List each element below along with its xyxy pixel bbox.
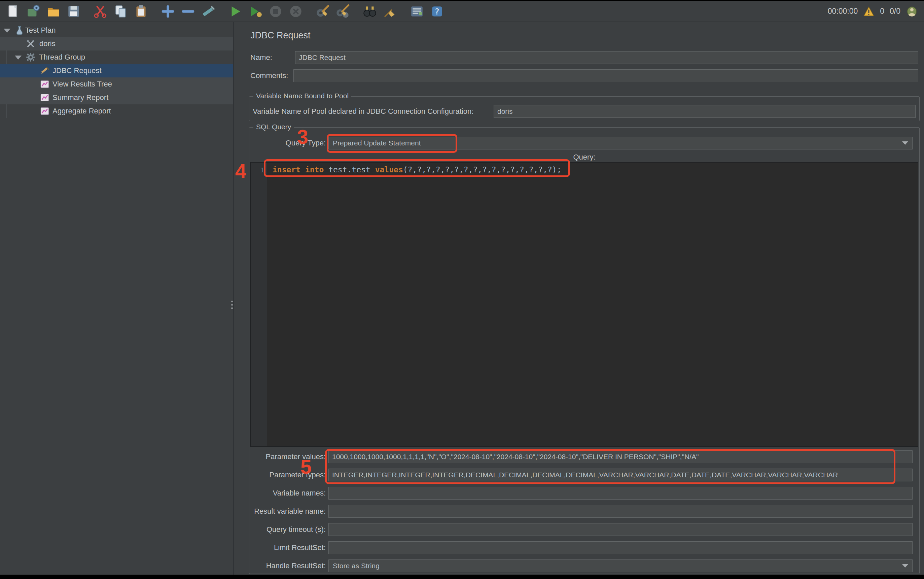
- test-plan-icon: [15, 26, 24, 35]
- handle-resultset-label: Handle ResultSet:: [250, 559, 326, 572]
- expand-arrow-icon[interactable]: [4, 29, 10, 33]
- pool-variable-input[interactable]: [494, 105, 916, 118]
- query-type-value: Prepared Update Statement: [333, 139, 421, 147]
- templates-icon: [26, 4, 41, 19]
- thread-group-icon: [26, 52, 35, 62]
- pool-variable-label: Variable Name of Pool declared in JDBC C…: [253, 105, 473, 118]
- parameter-values-label: Parameter values:: [250, 450, 326, 463]
- jmeter-window: ? 00:00:00 0 0/0 Test Plan doris Thread …: [0, 0, 924, 579]
- warning-icon[interactable]: [863, 6, 875, 17]
- remove-icon: [180, 4, 196, 19]
- page-title: JDBC Request: [250, 30, 310, 41]
- query-timeout-input[interactable]: [328, 523, 913, 536]
- test-plan-tree: Test Plan doris Thread Group JDBC Reques…: [0, 22, 234, 575]
- users-icon: [906, 5, 918, 18]
- cut-button[interactable]: [92, 3, 109, 20]
- save-button[interactable]: [65, 3, 82, 20]
- sampler-icon: [40, 66, 49, 75]
- paste-icon: [133, 4, 149, 19]
- paste-button[interactable]: [132, 3, 149, 20]
- open-button[interactable]: [45, 3, 62, 20]
- jdbc-config-icon: [26, 39, 35, 49]
- tree-item-test-plan[interactable]: Test Plan: [0, 24, 233, 37]
- sql-editor[interactable]: 1 insert into test.test values(?,?,?,?,?…: [250, 162, 918, 447]
- shutdown-icon: [288, 4, 304, 19]
- start-no-pauses-icon: [248, 4, 263, 19]
- splitter-grip[interactable]: [230, 299, 233, 311]
- stop-button[interactable]: [267, 3, 284, 20]
- search-button[interactable]: [361, 3, 378, 20]
- pool-group-title: Variable Name Bound to Pool: [253, 92, 351, 100]
- query-type-select[interactable]: Prepared Update Statement: [328, 137, 913, 149]
- add-icon: [160, 4, 176, 19]
- tree-item-aggregate-report[interactable]: Aggregate Report: [0, 105, 233, 118]
- annotation-number-4: 4: [235, 160, 246, 183]
- comments-input[interactable]: [294, 69, 918, 82]
- tree-item-label: JDBC Request: [52, 64, 101, 77]
- elapsed-timer: 00:00:00: [828, 7, 858, 16]
- result-variable-name-label: Result variable name:: [250, 505, 326, 518]
- result-variable-name-input[interactable]: [328, 505, 913, 518]
- toggle-button[interactable]: [200, 3, 217, 20]
- chevron-down-icon: [902, 564, 908, 568]
- search-icon: [362, 4, 377, 19]
- new-icon: [5, 4, 21, 19]
- parameter-types-label: Parameter types:: [250, 469, 326, 481]
- help-button[interactable]: ?: [429, 3, 446, 20]
- tree-item-jdbc-request[interactable]: JDBC Request: [0, 64, 233, 77]
- reset-search-button[interactable]: [382, 3, 398, 20]
- parameter-values-input[interactable]: [328, 450, 913, 463]
- editor-gutter: 1: [251, 163, 267, 447]
- listener-icon: [40, 93, 49, 102]
- clear-icon: [315, 4, 330, 19]
- copy-button[interactable]: [113, 3, 129, 20]
- expand-arrow-icon[interactable]: [15, 56, 21, 60]
- sql-keyword: values: [375, 165, 403, 174]
- tree-item-label: View Results Tree: [52, 77, 112, 91]
- tree-item-label: Summary Report: [52, 91, 108, 105]
- function-helper-button[interactable]: [408, 3, 425, 20]
- jdbc-request-panel: JDBC Request Name: Comments: Variable Na…: [235, 22, 924, 575]
- name-input[interactable]: [295, 51, 918, 64]
- clear-all-icon: [335, 4, 351, 19]
- function-helper-icon: [409, 4, 424, 19]
- tree-item-label: doris: [39, 37, 56, 51]
- chevron-down-icon: [902, 141, 908, 145]
- sql-punctuation: (?,?,?,?,?,?,?,?,?,?,?,?,?,?,?,?);: [403, 165, 562, 174]
- comments-label: Comments:: [250, 69, 288, 82]
- templates-button[interactable]: [25, 3, 42, 20]
- copy-icon: [113, 4, 129, 19]
- clear-button[interactable]: [314, 3, 331, 20]
- tree-item-view-results-tree[interactable]: View Results Tree: [0, 77, 233, 91]
- listener-icon: [40, 106, 49, 116]
- limit-resultset-input[interactable]: [328, 541, 913, 554]
- shutdown-button[interactable]: [287, 3, 304, 20]
- add-button[interactable]: [160, 3, 176, 20]
- tree-item-label: Thread Group: [39, 51, 85, 64]
- new-button[interactable]: [5, 3, 21, 20]
- reset-search-icon: [382, 4, 398, 19]
- listener-icon: [40, 79, 49, 89]
- tree-item-doris[interactable]: doris: [0, 37, 233, 51]
- help-icon: ?: [429, 4, 445, 19]
- tree-item-summary-report[interactable]: Summary Report: [0, 91, 233, 105]
- clear-all-button[interactable]: [335, 3, 351, 20]
- remove-button[interactable]: [180, 3, 196, 20]
- thread-count: 0/0: [890, 7, 900, 16]
- handle-resultset-select[interactable]: Store as String: [328, 559, 913, 572]
- start-no-pauses-button[interactable]: [247, 3, 264, 20]
- parameter-types-input[interactable]: [328, 469, 913, 481]
- query-timeout-label: Query timeout (s):: [250, 523, 326, 536]
- sql-query-group-title: SQL Query: [253, 123, 294, 131]
- variable-names-label: Variable names:: [250, 487, 326, 500]
- line-number: 1: [260, 166, 264, 174]
- tree-item-thread-group[interactable]: Thread Group: [0, 51, 233, 64]
- save-icon: [66, 4, 82, 19]
- sql-code-line: insert into test.test values(?,?,?,?,?,?…: [267, 163, 562, 447]
- name-label: Name:: [250, 51, 272, 64]
- start-button[interactable]: [227, 3, 243, 20]
- tree-item-label: Test Plan: [25, 24, 56, 37]
- handle-resultset-value: Store as String: [333, 562, 380, 570]
- log-error-count: 0: [880, 7, 884, 16]
- variable-names-input[interactable]: [328, 487, 913, 500]
